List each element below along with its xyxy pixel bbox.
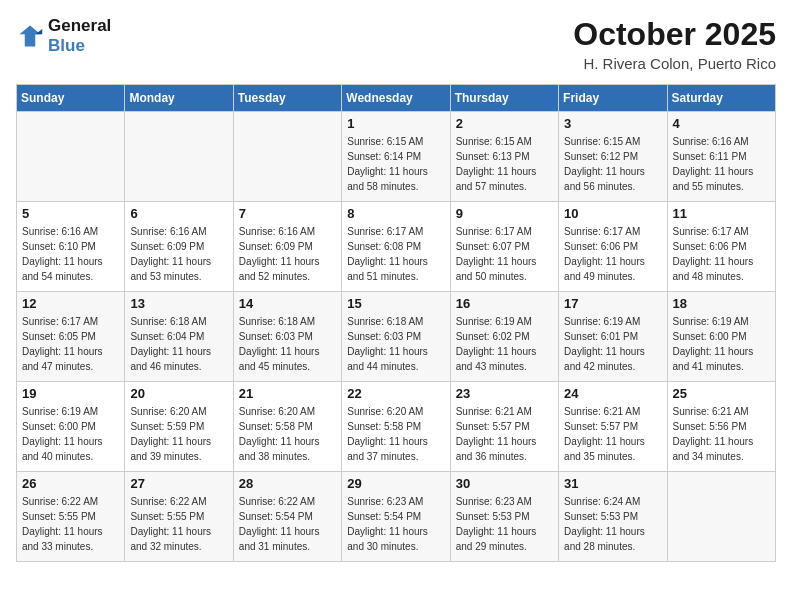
day-number: 18 bbox=[673, 296, 770, 311]
calendar-week-row: 12 Sunrise: 6:17 AMSunset: 6:05 PMDaylig… bbox=[17, 292, 776, 382]
calendar-cell: 25 Sunrise: 6:21 AMSunset: 5:56 PMDaylig… bbox=[667, 382, 775, 472]
calendar-cell: 21 Sunrise: 6:20 AMSunset: 5:58 PMDaylig… bbox=[233, 382, 341, 472]
day-number: 11 bbox=[673, 206, 770, 221]
calendar-cell: 24 Sunrise: 6:21 AMSunset: 5:57 PMDaylig… bbox=[559, 382, 667, 472]
calendar-cell: 30 Sunrise: 6:23 AMSunset: 5:53 PMDaylig… bbox=[450, 472, 558, 562]
day-info: Sunrise: 6:22 AMSunset: 5:54 PMDaylight:… bbox=[239, 496, 320, 552]
day-info: Sunrise: 6:16 AMSunset: 6:10 PMDaylight:… bbox=[22, 226, 103, 282]
calendar-cell: 6 Sunrise: 6:16 AMSunset: 6:09 PMDayligh… bbox=[125, 202, 233, 292]
day-number: 23 bbox=[456, 386, 553, 401]
day-number: 22 bbox=[347, 386, 444, 401]
day-info: Sunrise: 6:23 AMSunset: 5:53 PMDaylight:… bbox=[456, 496, 537, 552]
day-info: Sunrise: 6:17 AMSunset: 6:08 PMDaylight:… bbox=[347, 226, 428, 282]
day-info: Sunrise: 6:22 AMSunset: 5:55 PMDaylight:… bbox=[22, 496, 103, 552]
day-info: Sunrise: 6:16 AMSunset: 6:11 PMDaylight:… bbox=[673, 136, 754, 192]
day-info: Sunrise: 6:21 AMSunset: 5:57 PMDaylight:… bbox=[564, 406, 645, 462]
day-number: 9 bbox=[456, 206, 553, 221]
page-header: General Blue October 2025 H. Rivera Colo… bbox=[16, 16, 776, 72]
day-info: Sunrise: 6:19 AMSunset: 6:01 PMDaylight:… bbox=[564, 316, 645, 372]
day-number: 12 bbox=[22, 296, 119, 311]
weekday-header-sunday: Sunday bbox=[17, 85, 125, 112]
calendar-title: October 2025 bbox=[573, 16, 776, 53]
calendar-cell: 23 Sunrise: 6:21 AMSunset: 5:57 PMDaylig… bbox=[450, 382, 558, 472]
logo-text-blue: Blue bbox=[48, 36, 111, 56]
calendar-subtitle: H. Rivera Colon, Puerto Rico bbox=[573, 55, 776, 72]
day-number: 3 bbox=[564, 116, 661, 131]
day-number: 10 bbox=[564, 206, 661, 221]
calendar-cell: 26 Sunrise: 6:22 AMSunset: 5:55 PMDaylig… bbox=[17, 472, 125, 562]
day-number: 5 bbox=[22, 206, 119, 221]
calendar-cell: 3 Sunrise: 6:15 AMSunset: 6:12 PMDayligh… bbox=[559, 112, 667, 202]
day-info: Sunrise: 6:23 AMSunset: 5:54 PMDaylight:… bbox=[347, 496, 428, 552]
title-block: October 2025 H. Rivera Colon, Puerto Ric… bbox=[573, 16, 776, 72]
weekday-header-tuesday: Tuesday bbox=[233, 85, 341, 112]
weekday-header-friday: Friday bbox=[559, 85, 667, 112]
calendar-week-row: 5 Sunrise: 6:16 AMSunset: 6:10 PMDayligh… bbox=[17, 202, 776, 292]
calendar-cell bbox=[17, 112, 125, 202]
weekday-header-row: SundayMondayTuesdayWednesdayThursdayFrid… bbox=[17, 85, 776, 112]
calendar-cell: 4 Sunrise: 6:16 AMSunset: 6:11 PMDayligh… bbox=[667, 112, 775, 202]
calendar-cell: 8 Sunrise: 6:17 AMSunset: 6:08 PMDayligh… bbox=[342, 202, 450, 292]
calendar-cell: 1 Sunrise: 6:15 AMSunset: 6:14 PMDayligh… bbox=[342, 112, 450, 202]
day-number: 14 bbox=[239, 296, 336, 311]
calendar-cell: 7 Sunrise: 6:16 AMSunset: 6:09 PMDayligh… bbox=[233, 202, 341, 292]
calendar-cell: 15 Sunrise: 6:18 AMSunset: 6:03 PMDaylig… bbox=[342, 292, 450, 382]
logo-icon bbox=[16, 22, 44, 50]
day-info: Sunrise: 6:19 AMSunset: 6:00 PMDaylight:… bbox=[673, 316, 754, 372]
day-info: Sunrise: 6:21 AMSunset: 5:57 PMDaylight:… bbox=[456, 406, 537, 462]
day-number: 21 bbox=[239, 386, 336, 401]
day-info: Sunrise: 6:15 AMSunset: 6:12 PMDaylight:… bbox=[564, 136, 645, 192]
calendar-cell bbox=[125, 112, 233, 202]
calendar-cell: 14 Sunrise: 6:18 AMSunset: 6:03 PMDaylig… bbox=[233, 292, 341, 382]
day-info: Sunrise: 6:16 AMSunset: 6:09 PMDaylight:… bbox=[239, 226, 320, 282]
day-number: 16 bbox=[456, 296, 553, 311]
calendar-cell: 16 Sunrise: 6:19 AMSunset: 6:02 PMDaylig… bbox=[450, 292, 558, 382]
calendar-cell bbox=[233, 112, 341, 202]
day-info: Sunrise: 6:17 AMSunset: 6:06 PMDaylight:… bbox=[673, 226, 754, 282]
day-info: Sunrise: 6:17 AMSunset: 6:06 PMDaylight:… bbox=[564, 226, 645, 282]
calendar-cell: 9 Sunrise: 6:17 AMSunset: 6:07 PMDayligh… bbox=[450, 202, 558, 292]
day-info: Sunrise: 6:20 AMSunset: 5:58 PMDaylight:… bbox=[239, 406, 320, 462]
day-info: Sunrise: 6:24 AMSunset: 5:53 PMDaylight:… bbox=[564, 496, 645, 552]
calendar-week-row: 19 Sunrise: 6:19 AMSunset: 6:00 PMDaylig… bbox=[17, 382, 776, 472]
calendar-cell: 2 Sunrise: 6:15 AMSunset: 6:13 PMDayligh… bbox=[450, 112, 558, 202]
calendar-week-row: 26 Sunrise: 6:22 AMSunset: 5:55 PMDaylig… bbox=[17, 472, 776, 562]
day-number: 2 bbox=[456, 116, 553, 131]
weekday-header-monday: Monday bbox=[125, 85, 233, 112]
day-number: 13 bbox=[130, 296, 227, 311]
calendar-week-row: 1 Sunrise: 6:15 AMSunset: 6:14 PMDayligh… bbox=[17, 112, 776, 202]
day-number: 4 bbox=[673, 116, 770, 131]
calendar-cell: 28 Sunrise: 6:22 AMSunset: 5:54 PMDaylig… bbox=[233, 472, 341, 562]
calendar-cell: 27 Sunrise: 6:22 AMSunset: 5:55 PMDaylig… bbox=[125, 472, 233, 562]
calendar-cell: 29 Sunrise: 6:23 AMSunset: 5:54 PMDaylig… bbox=[342, 472, 450, 562]
calendar-cell bbox=[667, 472, 775, 562]
calendar-cell: 20 Sunrise: 6:20 AMSunset: 5:59 PMDaylig… bbox=[125, 382, 233, 472]
logo-text-general: General bbox=[48, 16, 111, 36]
calendar-cell: 31 Sunrise: 6:24 AMSunset: 5:53 PMDaylig… bbox=[559, 472, 667, 562]
day-info: Sunrise: 6:15 AMSunset: 6:13 PMDaylight:… bbox=[456, 136, 537, 192]
day-info: Sunrise: 6:18 AMSunset: 6:03 PMDaylight:… bbox=[239, 316, 320, 372]
day-number: 20 bbox=[130, 386, 227, 401]
day-info: Sunrise: 6:21 AMSunset: 5:56 PMDaylight:… bbox=[673, 406, 754, 462]
day-number: 7 bbox=[239, 206, 336, 221]
calendar-cell: 13 Sunrise: 6:18 AMSunset: 6:04 PMDaylig… bbox=[125, 292, 233, 382]
calendar-cell: 17 Sunrise: 6:19 AMSunset: 6:01 PMDaylig… bbox=[559, 292, 667, 382]
day-info: Sunrise: 6:18 AMSunset: 6:03 PMDaylight:… bbox=[347, 316, 428, 372]
day-number: 15 bbox=[347, 296, 444, 311]
day-number: 1 bbox=[347, 116, 444, 131]
day-number: 24 bbox=[564, 386, 661, 401]
day-number: 27 bbox=[130, 476, 227, 491]
day-info: Sunrise: 6:20 AMSunset: 5:59 PMDaylight:… bbox=[130, 406, 211, 462]
day-info: Sunrise: 6:19 AMSunset: 6:02 PMDaylight:… bbox=[456, 316, 537, 372]
day-info: Sunrise: 6:22 AMSunset: 5:55 PMDaylight:… bbox=[130, 496, 211, 552]
day-number: 17 bbox=[564, 296, 661, 311]
day-number: 19 bbox=[22, 386, 119, 401]
calendar-table: SundayMondayTuesdayWednesdayThursdayFrid… bbox=[16, 84, 776, 562]
calendar-cell: 11 Sunrise: 6:17 AMSunset: 6:06 PMDaylig… bbox=[667, 202, 775, 292]
logo: General Blue bbox=[16, 16, 111, 57]
weekday-header-saturday: Saturday bbox=[667, 85, 775, 112]
day-info: Sunrise: 6:19 AMSunset: 6:00 PMDaylight:… bbox=[22, 406, 103, 462]
day-number: 26 bbox=[22, 476, 119, 491]
day-number: 31 bbox=[564, 476, 661, 491]
calendar-cell: 18 Sunrise: 6:19 AMSunset: 6:00 PMDaylig… bbox=[667, 292, 775, 382]
